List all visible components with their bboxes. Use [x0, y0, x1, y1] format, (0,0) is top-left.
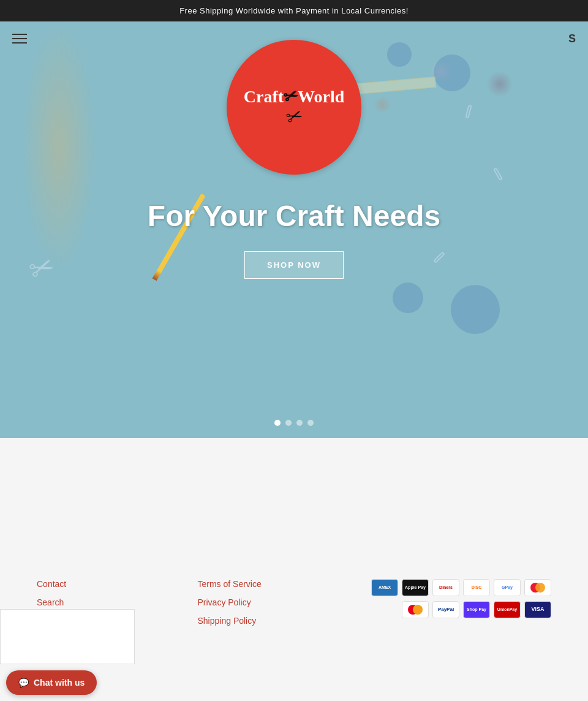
- footer-contact-link[interactable]: Contact: [37, 579, 198, 589]
- hamburger-line-3: [12, 42, 27, 44]
- footer-terms-link[interactable]: Terms of Service: [198, 579, 359, 589]
- diners-icon: Diners: [432, 579, 459, 596]
- logo-inner: Craft✂World ✂: [244, 86, 345, 128]
- maestro-icon: [524, 579, 551, 596]
- banner-text: Free Shipping Worldwide with Payment in …: [179, 6, 409, 15]
- carousel-dot-0[interactable]: [274, 420, 281, 426]
- discover-icon: DISC: [463, 579, 490, 596]
- hamburger-line-2: [12, 38, 27, 39]
- hero-section: ✂ S Craft✂World ✂ For Your Craft Needs S…: [0, 21, 588, 438]
- payment-row-1: AMEX Apple Pay Diners DISC GPay: [371, 579, 551, 596]
- carousel-dot-2[interactable]: [296, 420, 303, 426]
- carousel-dot-1[interactable]: [285, 420, 292, 426]
- payment-row-2: PayPal Shop Pay UnionPay VISA: [402, 601, 551, 618]
- carousel-dot-3[interactable]: [307, 420, 314, 426]
- hamburger-line-1: [12, 34, 27, 35]
- search-icon[interactable]: S: [568, 32, 576, 45]
- footer-col-2: Terms of Service Privacy Policy Shipping…: [198, 579, 359, 626]
- unionpay-icon: UnionPay: [494, 601, 521, 618]
- paypal-icon: PayPal: [432, 601, 459, 618]
- main-content: [0, 438, 588, 561]
- amex-icon: AMEX: [371, 579, 398, 596]
- chat-widget[interactable]: 💬 Chat with us: [0, 609, 135, 650]
- visa-icon: VISA: [524, 601, 551, 618]
- logo-scissors-large: ✂: [282, 102, 306, 130]
- footer-search-link[interactable]: Search: [37, 597, 198, 607]
- chat-panel: [0, 609, 135, 650]
- payment-methods-area: AMEX Apple Pay Diners DISC GPay PayPal S…: [358, 579, 551, 626]
- apple-pay-icon: Apple Pay: [402, 579, 429, 596]
- mastercard-icon: [402, 601, 429, 618]
- hamburger-menu[interactable]: [12, 34, 27, 44]
- site-logo[interactable]: Craft✂World ✂: [227, 40, 361, 175]
- top-banner: Free Shipping Worldwide with Payment in …: [0, 0, 588, 21]
- hero-headline: For Your Craft Needs: [148, 199, 440, 233]
- svg-point-3: [413, 605, 423, 615]
- footer-shipping-link[interactable]: Shipping Policy: [198, 616, 359, 626]
- shop-now-button[interactable]: SHOP NOW: [244, 251, 344, 279]
- google-pay-icon: GPay: [494, 579, 521, 596]
- svg-point-1: [535, 583, 545, 593]
- carousel-dots: [274, 420, 314, 426]
- shop-pay-icon: Shop Pay: [463, 601, 490, 618]
- footer-privacy-link[interactable]: Privacy Policy: [198, 597, 359, 607]
